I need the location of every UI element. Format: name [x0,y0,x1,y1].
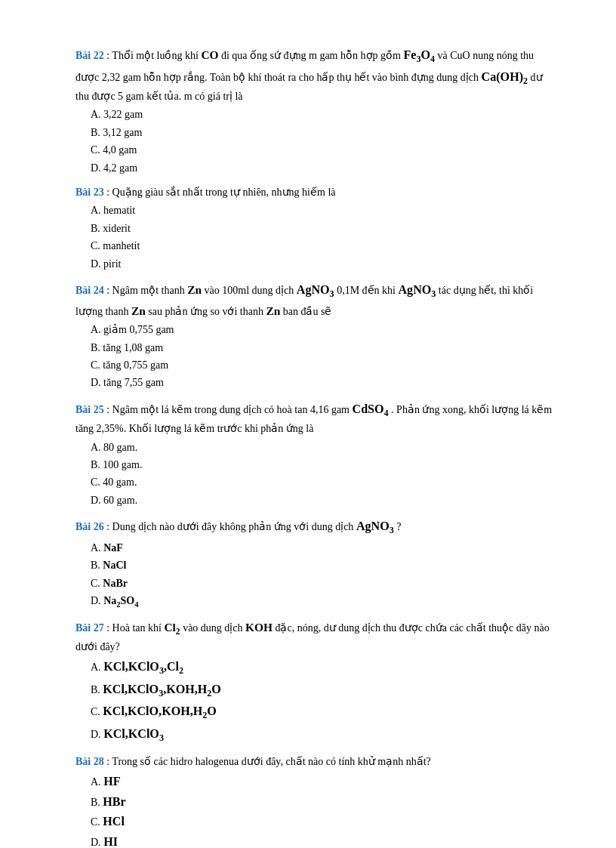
question-27-text: Bài 27 : Hoà tan khí Cl2 vào dung dịch K… [75,618,556,655]
q27-answer-c: C. KCl,KClO,KOH,H2O [91,702,556,723]
q27-answer-b: B. KCl,KClO3,KOH,H2O [91,680,556,702]
q28-answers: A. HF B. HBr C. HCl D. HI [91,772,556,848]
agno3-formula-3: AgNO3 [356,520,394,532]
zn-formula-2: Zn [131,304,146,317]
caoh2-formula: Ca(OH)2 [482,70,528,83]
q26-label: Bài 26 [75,521,104,532]
q24-answer-c: C. tăng 0,755 gam [91,357,556,374]
q26-answers: A. NaF B. NaCl C. NaBr D. Na2SO4 [91,540,556,612]
q22-answer-c: C. 4,0 gam [91,142,556,159]
q23-answer-a: A. hematit [91,202,556,219]
q25-label: Bài 25 [75,404,104,415]
q23-answer-c: C. manhetit [91,238,556,254]
question-27: Bài 27 : Hoà tan khí Cl2 vào dung dịch K… [75,618,556,745]
q28-answer-b: B. HBr [91,792,556,812]
question-25: Bài 25 : Ngâm một lá kẽm trong dung dịch… [75,399,556,509]
q25-answer-b: B. 100 gam. [91,457,556,473]
q24-answers: A. giảm 0,755 gam B. tăng 1,08 gam C. tă… [91,322,556,392]
q24-answer-b: B. tăng 1,08 gam [91,340,556,356]
q23-answer-d: D. pirit [91,256,556,273]
koh-formula: KOH [245,621,273,634]
q25-answer-d: D. 60 gam. [91,492,556,509]
q27-label: Bài 27 [75,622,104,634]
question-24: Bài 24 : Ngâm một thanh Zn vào 100ml dun… [75,280,556,392]
q23-answer-b: B. xiderit [91,220,556,237]
q25-answer-c: C. 40 gam. [91,474,556,491]
question-28-text: Bài 28 : Trong số các hidro halogenua dư… [75,754,556,770]
q22-answers: A. 3,22 gam B. 3,12 gam C. 4,0 gam D. 4,… [91,106,556,177]
q23-label: Bài 23 [75,187,104,198]
agno3-formula-2: AgNO3 [398,283,436,296]
zn-formula-1: Zn [187,283,202,296]
question-26: Bài 26 : Dung dịch nào dưới đây không ph… [75,517,556,611]
q24-answer-a: A. giảm 0,755 gam [91,322,556,338]
agno3-formula-1: AgNO3 [297,283,334,296]
q22-answer-b: B. 3,12 gam [91,125,556,141]
co-formula: CO [201,48,218,61]
q26-answer-b: B. NaCl [91,557,556,574]
question-26-text: Bài 26 : Dung dịch nào dưới đây không ph… [75,517,556,538]
question-22-text: Bài 22 : Thổi một luồng khí CO đi qua ốn… [75,45,556,105]
zn-formula-3: Zn [266,304,280,317]
q26-answer-a: A. NaF [91,540,556,557]
fe3o4-formula: Fe3O4 [403,48,435,61]
question-25-text: Bài 25 : Ngâm một lá kẽm trong dung dịch… [75,399,556,438]
q27-answer-a: A. KCl,KClO3,Cl2 [91,657,556,679]
q26-answer-d: D. Na2SO4 [91,593,556,612]
question-28: Bài 28 : Trong số các hidro halogenua dư… [75,754,556,848]
q23-answers: A. hematit B. xiderit C. manhetit D. pir… [91,202,556,273]
q22-answer-a: A. 3,22 gam [91,106,556,123]
q28-label: Bài 28 [75,756,104,767]
q27-answers: A. KCl,KClO3,Cl2 B. KCl,KClO3,KOH,H2O C.… [91,657,556,745]
q28-answer-d: D. HI [91,832,556,848]
q25-answer-a: A. 80 gam. [91,439,556,456]
question-22: Bài 22 : Thổi một luồng khí CO đi qua ốn… [75,45,556,177]
exam-content: Bài 22 : Thổi một luồng khí CO đi qua ốn… [75,45,556,848]
cl2-formula: Cl2 [164,621,180,634]
question-23: Bài 23 : Quặng giàu sắt nhất trong tự nh… [75,184,556,273]
question-24-text: Bài 24 : Ngâm một thanh Zn vào 100ml dun… [75,280,556,320]
q24-label: Bài 24 [75,285,104,296]
q28-answer-c: C. HCl [91,812,556,831]
q22-label: Bài 22 [75,50,104,61]
q26-answer-c: C. NaBr [91,575,556,592]
q28-answer-a: A. HF [91,772,556,791]
q27-answer-d: D. KCl,KClO3 [91,724,556,746]
cdso4-formula: CdSO4 [353,402,389,415]
q22-answer-d: D. 4,2 gam [91,160,556,177]
q24-answer-d: D. tăng 7,55 gam [91,375,556,391]
q25-answers: A. 80 gam. B. 100 gam. C. 40 gam. D. 60 … [91,439,556,510]
question-23-text: Bài 23 : Quặng giàu sắt nhất trong tự nh… [75,184,556,201]
